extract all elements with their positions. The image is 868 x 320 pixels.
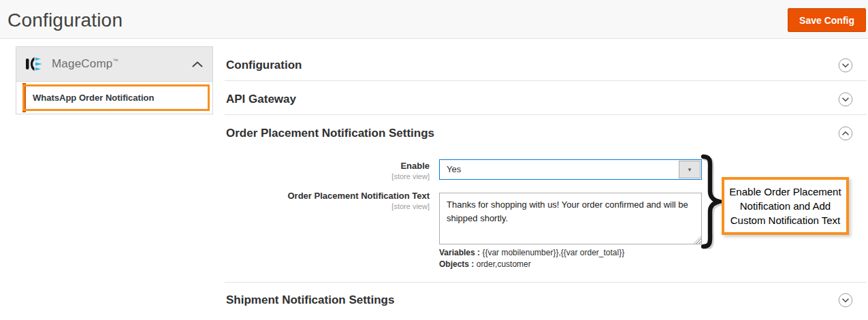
curly-brace-annotation: [701, 154, 722, 249]
section-divider: [225, 282, 867, 283]
chevron-down-circle-icon[interactable]: [838, 92, 853, 107]
field-label-text: Enable: [225, 161, 430, 172]
annotation-callout-text: Enable Order Placement Notification and …: [726, 185, 844, 227]
objects-note: Objects : order,customer: [439, 259, 624, 270]
page-header: Configuration Save Config: [0, 0, 868, 39]
chevron-up-circle-icon[interactable]: [838, 126, 853, 141]
section-header-shipment-settings[interactable]: Shipment Notification Settings: [226, 292, 853, 308]
vendor-name: MageComp™: [52, 57, 118, 71]
trademark-symbol: ™: [112, 58, 118, 64]
enable-field-label: Enable [store view]: [225, 161, 430, 180]
section-title: Order Placement Notification Settings: [226, 127, 434, 140]
section-title: Shipment Notification Settings: [226, 293, 394, 307]
store-view-scope: [store view]: [225, 172, 430, 180]
select-value: Yes: [447, 160, 461, 179]
save-config-button[interactable]: Save Config: [788, 8, 866, 32]
notification-text-input[interactable]: Thanks for shopping with us! Your order …: [439, 193, 702, 244]
magecomp-logo-icon: [26, 57, 46, 71]
field-label-text: Order Placement Notification Text: [225, 191, 430, 202]
page-title: Configuration: [7, 10, 123, 31]
enable-select[interactable]: Yes ▼: [439, 159, 702, 180]
extension-sidebar: MageComp™ WhatsApp Order Notification: [16, 46, 213, 114]
field-notes: Variables : {{var mobilenumber}},{{var o…: [439, 247, 624, 270]
notification-text-field-label: Order Placement Notification Text [store…: [225, 191, 430, 210]
section-header-configuration[interactable]: Configuration: [226, 57, 853, 74]
section-header-order-placement-settings[interactable]: Order Placement Notification Settings: [226, 125, 853, 142]
section-divider: [225, 80, 867, 81]
section-title: API Gateway: [226, 93, 296, 106]
variables-note: Variables : {{var mobilenumber}},{{var o…: [439, 247, 624, 259]
select-dropdown-arrow-icon[interactable]: ▼: [679, 161, 701, 178]
section-title: Configuration: [226, 59, 302, 72]
section-header-api-gateway[interactable]: API Gateway: [226, 91, 853, 108]
annotation-callout: Enable Order Placement Notification and …: [722, 177, 849, 235]
chevron-down-circle-icon[interactable]: [838, 58, 853, 73]
vendor-header[interactable]: MageComp™: [16, 46, 213, 82]
section-divider: [225, 114, 867, 115]
store-view-scope: [store view]: [225, 202, 430, 210]
sidebar-item-label: WhatsApp Order Notification: [16, 93, 154, 103]
chevron-up-icon[interactable]: [192, 58, 203, 70]
sidebar-item-whatsapp-order-notification[interactable]: WhatsApp Order Notification: [16, 82, 213, 114]
active-item-indicator: [22, 83, 26, 112]
chevron-down-circle-icon[interactable]: [838, 293, 853, 308]
configuration-page: Configuration Save Config MageComp™: [0, 0, 868, 320]
